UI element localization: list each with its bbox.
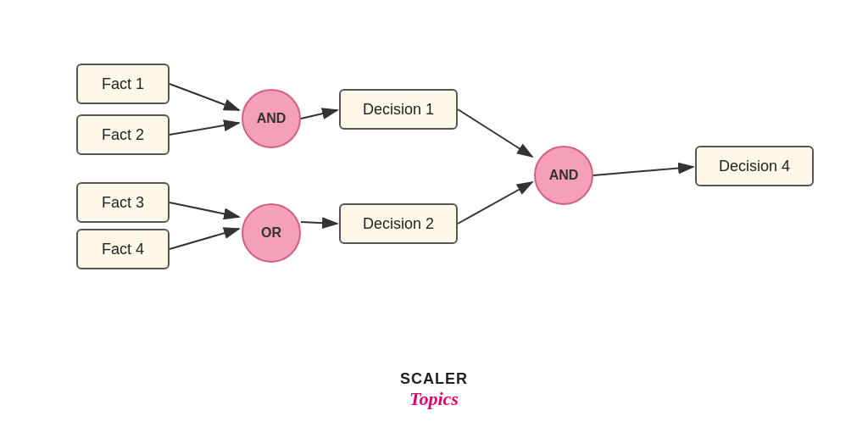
brand-section: SCALER Topics [400,370,468,410]
and1-gate: AND [242,89,301,148]
fact1-box: Fact 1 [76,64,170,104]
svg-line-4 [170,202,239,217]
svg-line-5 [170,229,239,249]
fact2-box: Fact 2 [76,114,170,155]
fact4-label: Fact 4 [102,241,144,258]
and2-gate: AND [534,146,593,205]
or1-gate: OR [242,203,301,263]
fact2-label: Fact 2 [102,126,144,144]
decision2-label: Decision 2 [363,215,434,233]
svg-line-8 [458,182,532,224]
svg-line-3 [301,110,337,119]
svg-line-1 [170,84,239,110]
and2-label: AND [549,168,579,183]
decision1-label: Decision 1 [363,101,434,119]
brand-scaler-text: SCALER [400,370,468,388]
and1-label: AND [257,111,287,126]
fact3-box: Fact 3 [76,182,170,223]
decision4-box: Decision 4 [695,146,814,186]
decision2-box: Decision 2 [339,203,458,244]
svg-line-2 [170,123,239,135]
fact3-label: Fact 3 [102,194,144,212]
svg-line-6 [301,222,337,224]
or1-label: OR [261,225,281,241]
decision4-label: Decision 4 [719,158,790,175]
brand-topics-text: Topics [400,388,468,410]
decision1-box: Decision 1 [339,89,458,130]
svg-line-7 [458,109,532,157]
fact1-label: Fact 1 [102,75,144,93]
fact4-box: Fact 4 [76,229,170,269]
svg-line-9 [593,167,693,175]
